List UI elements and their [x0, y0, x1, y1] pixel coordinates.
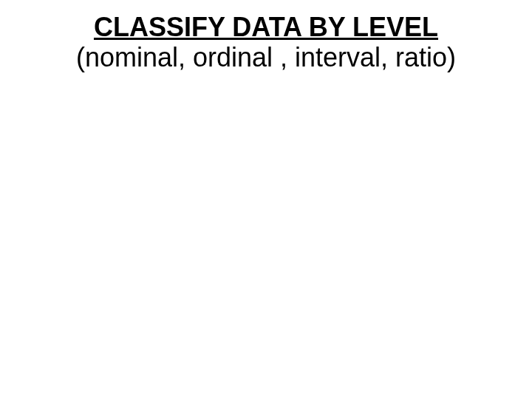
slide-subtitle: (nominal, ordinal , interval, ratio)	[0, 42, 532, 72]
slide-title: CLASSIFY DATA BY LEVEL	[0, 12, 532, 42]
slide-container: CLASSIFY DATA BY LEVEL (nominal, ordinal…	[0, 0, 532, 399]
title-block: CLASSIFY DATA BY LEVEL (nominal, ordinal…	[0, 12, 532, 73]
